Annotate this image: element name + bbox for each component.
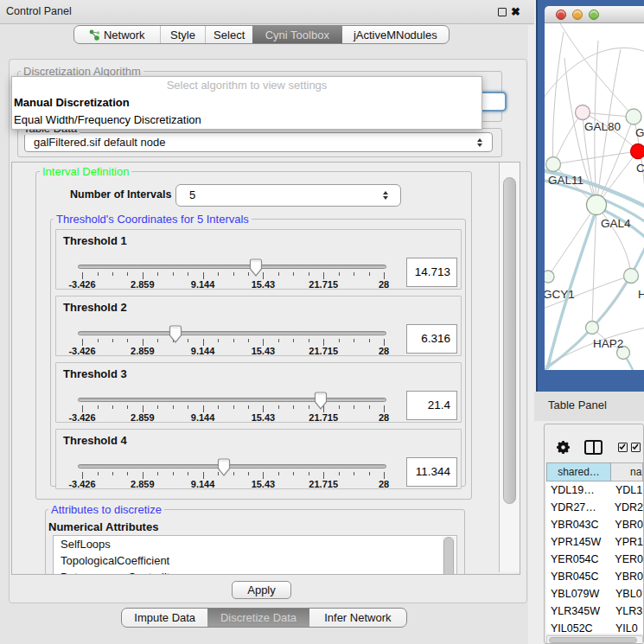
threshold-value-field[interactable]: 11.344 [406, 457, 457, 487]
threshold-slider-thumb[interactable] [249, 258, 263, 277]
settings-scroll-viewport: Interval Definition Number of Intervals … [11, 162, 520, 575]
minimize-traffic-light[interactable] [572, 10, 583, 20]
threshold-value-field[interactable]: 6.316 [406, 324, 457, 354]
attribute-list-item[interactable]: BetweennessCentrality [54, 569, 456, 575]
network-node-gal11[interactable] [546, 157, 561, 172]
threshold-value-field[interactable]: 14.713 [406, 258, 457, 287]
table-row[interactable]: YBR043CYBR0 [546, 516, 643, 533]
tab-network[interactable]: Network [74, 26, 161, 43]
network-node-gcy1[interactable] [545, 271, 554, 283]
cell-name: YER0 [610, 551, 643, 568]
network-canvas[interactable]: GAL80GACGAL11GAL4HGCY1HAP2 [545, 23, 644, 370]
tick-label: -3.426 [68, 346, 95, 356]
table-row[interactable]: YBR045CYBR0 [546, 568, 643, 585]
numerical-attributes-list[interactable]: SelfLoopsTopologicalCoefficientBetweenne… [53, 535, 457, 575]
table-row[interactable]: YDL19…YDL1 [546, 481, 643, 499]
viewport-scrollbar-thumb[interactable] [503, 177, 516, 504]
zoom-traffic-light[interactable] [589, 10, 599, 20]
control-panel-tabs: NetworkStyleSelectCyni ToolboxjActiveMNo… [73, 25, 450, 44]
network-node-mid-h[interactable] [624, 269, 639, 284]
network-node-label: GA [635, 126, 644, 139]
node-table: shared… na YDL19…YDL1YDR27…YDR2YBR043CYB… [546, 462, 643, 634]
threshold-slider-thumb[interactable] [169, 325, 182, 343]
network-node-label: HAP2 [593, 337, 623, 350]
network-node-label: GAL4 [601, 217, 631, 230]
table-data-combo-value: galFiltered.sif default node [34, 133, 165, 151]
network-node-label: GCY1 [545, 288, 575, 301]
threshold-slider-thumb[interactable] [217, 458, 231, 476]
table-row[interactable]: YDR27…YDR2 [546, 499, 643, 516]
network-node-label: C [636, 162, 644, 175]
cell-name: YPR1 [610, 533, 643, 551]
split-panel-icon[interactable] [584, 440, 603, 455]
popup-placeholder-item[interactable]: Select algorithm to view settings [12, 77, 481, 94]
tick-label: 2.859 [131, 279, 155, 290]
table-hscrollbar-thumb[interactable] [549, 637, 637, 643]
tick-label: 15.43 [252, 346, 276, 356]
tick-label: 15.43 [252, 412, 276, 423]
attribute-list-item[interactable]: SelfLoops [54, 536, 456, 552]
tab-discretize-data[interactable]: Discretize Data [207, 609, 309, 627]
combo-arrows-icon [477, 137, 484, 148]
tick-label: 21.715 [309, 279, 338, 290]
interval-definition-title: Interval Definition [40, 165, 131, 178]
control-panel-titlebar: Control Panel [0, 0, 534, 24]
column-header-shared-name[interactable]: shared… [546, 462, 611, 481]
column-header-name[interactable]: na [611, 462, 643, 481]
popup-item-equal-width[interactable]: Equal Width/Frequency Discretization [12, 112, 481, 129]
tab-select[interactable]: Select [206, 26, 252, 43]
viewport-scrollbar[interactable] [499, 163, 520, 572]
network-node-top-g[interactable] [626, 109, 641, 124]
table-row[interactable]: YBL079WYBL0 [546, 585, 643, 603]
tab-label: Network [104, 29, 145, 41]
network-node-label: GAL11 [548, 174, 583, 187]
cell-shared-name: YIL052C [546, 620, 611, 634]
checkbox-icon-2[interactable] [631, 443, 641, 452]
tab-impute-data[interactable]: Impute Data [122, 609, 207, 627]
spinner-arrows-icon [383, 190, 390, 201]
table-data-combo[interactable]: galFiltered.sif default node [24, 132, 493, 152]
threshold-panel-3: Threshold 3-3.4262.8599.14415.4321.71528… [55, 362, 462, 423]
tab-cyni-toolbox[interactable]: Cyni Toolbox [252, 26, 342, 43]
attribute-list-item[interactable]: TopologicalCoefficient [54, 552, 456, 569]
network-node-gal80[interactable] [576, 105, 590, 120]
network-node-gal4[interactable] [587, 195, 607, 215]
table-row[interactable]: YIL052CYIL0 [546, 620, 643, 634]
checkbox-icon-1[interactable] [618, 443, 628, 452]
table-row[interactable]: YLR345WYLR3 [546, 603, 643, 620]
threshold-slider-thumb[interactable] [314, 392, 328, 410]
tick-label: 21.715 [309, 412, 338, 423]
cell-name: YBL0 [611, 585, 643, 603]
table-row[interactable]: YPR145WYPR1 [546, 533, 643, 551]
attributes-group-title: Attributes to discretize [48, 503, 164, 516]
attributes-list-scrollbar[interactable] [443, 537, 456, 575]
tab-style[interactable]: Style [161, 26, 207, 43]
node-table-header: shared… na [546, 462, 643, 481]
float-window-icon[interactable] [498, 8, 507, 16]
num-intervals-spinner[interactable]: 5 [175, 184, 401, 207]
tab-infer-network[interactable]: Infer Network [309, 609, 406, 627]
tick-label: 28 [379, 412, 389, 423]
threshold-value-field[interactable]: 21.4 [406, 391, 457, 420]
network-node-red[interactable] [631, 144, 644, 159]
tab-label: Select [214, 29, 245, 41]
network-node-hap2[interactable] [586, 322, 599, 335]
table-panel-window: shared… na YDL19…YDL1YDR27…YDR2YBR043CYB… [544, 424, 644, 644]
close-traffic-light[interactable] [556, 10, 566, 20]
network-window-titlebar [545, 6, 644, 23]
apply-button[interactable]: Apply [232, 581, 291, 599]
popup-item-manual-discretization[interactable]: Manual Discretization [12, 94, 481, 112]
table-row[interactable]: YER054CYER0 [546, 551, 643, 568]
gear-icon[interactable] [556, 440, 571, 455]
tab-label: Infer Network [324, 611, 391, 624]
control-panel-title: Control Panel [6, 0, 72, 23]
tick-label: 9.144 [191, 346, 215, 356]
tab-jactivemnodules[interactable]: jActiveMNodules [342, 26, 449, 43]
cell-name: YDR2 [610, 499, 643, 516]
tick-label: 21.715 [309, 479, 338, 489]
tick-label: 15.43 [252, 279, 276, 290]
cell-shared-name: YBL079W [546, 585, 611, 603]
tick-label: -3.426 [68, 279, 95, 290]
close-icon[interactable]: ✖ [511, 0, 520, 24]
table-hscrollbar[interactable] [546, 635, 643, 644]
